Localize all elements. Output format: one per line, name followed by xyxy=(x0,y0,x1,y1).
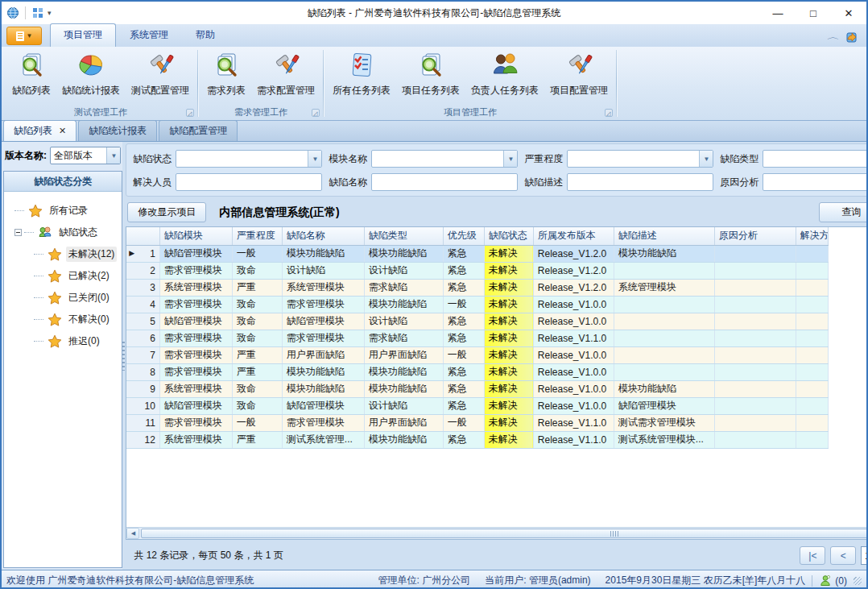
cell-缺陷模块[interactable]: 需求管理模块 xyxy=(159,363,232,380)
cell-解决方法[interactable] xyxy=(796,330,828,346)
cell-缺陷类型[interactable]: 模块功能缺陷 xyxy=(364,296,443,313)
cell-所属发布版本[interactable]: Release_V1.0.0 xyxy=(533,313,614,330)
tree-item-不解决(0)[interactable]: 不解决(0) xyxy=(9,309,117,330)
table-row[interactable]: 8需求管理模块严重模块功能缺陷模块功能缺陷紧急未解决Release_V1.0.0 xyxy=(126,363,828,380)
table-row[interactable]: 5缺陷管理模块致命缺陷管理模块设计缺陷紧急未解决Release_V1.0.0 xyxy=(126,313,828,330)
ribbon-tab-系统管理[interactable]: 系统管理 xyxy=(116,23,182,47)
cell-缺陷类型[interactable]: 需求缺陷 xyxy=(364,330,443,346)
ribbon-button-测试配置管理[interactable]: 测试配置管理 xyxy=(126,48,195,99)
cell-缺陷名称[interactable]: 模块功能缺陷 xyxy=(282,245,364,262)
cell-原因分析[interactable] xyxy=(714,245,796,262)
cell-缺陷描述[interactable] xyxy=(614,363,714,380)
table-row[interactable]: 9系统管理模块致命模块功能缺陷模块功能缺陷紧急未解决Release_V1.0.0… xyxy=(126,380,828,397)
cell-优先级[interactable]: 紧急 xyxy=(443,431,484,448)
cell-缺陷状态[interactable]: 未解决 xyxy=(484,262,533,279)
row-number-cell[interactable]: 4 xyxy=(126,296,159,313)
cell-解决方法[interactable] xyxy=(796,431,828,448)
cell-解决方法[interactable] xyxy=(796,346,828,363)
cell-缺陷描述[interactable]: 模块功能缺陷 xyxy=(614,245,714,262)
cell-缺陷模块[interactable]: 系统管理模块 xyxy=(159,279,232,296)
chevron-down-icon[interactable]: ▼ xyxy=(308,151,321,167)
cell-原因分析[interactable] xyxy=(714,279,796,296)
cell-缺陷名称[interactable]: 缺陷管理模块 xyxy=(282,313,364,330)
cell-缺陷名称[interactable]: 系统管理模块 xyxy=(282,279,364,296)
table-row[interactable]: 11需求管理模块一般需求管理模块用户界面缺陷一般未解决Release_V1.1.… xyxy=(126,414,828,431)
doc-tab-缺陷配置管理[interactable]: 缺陷配置管理 xyxy=(159,120,238,141)
cell-缺陷状态[interactable]: 未解决 xyxy=(484,397,533,414)
column-header-严重程度[interactable]: 严重程度 xyxy=(232,227,282,245)
table-row[interactable]: 10缺陷管理模块致命缺陷管理模块设计缺陷紧急未解决Release_V1.0.0缺… xyxy=(126,397,828,414)
row-number-cell[interactable]: 2 xyxy=(126,262,159,279)
filter-dropdown-缺陷状态[interactable]: ▼ xyxy=(176,150,322,168)
cell-缺陷模块[interactable]: 需求管理模块 xyxy=(159,262,232,279)
cell-所属发布版本[interactable]: Release_V1.2.0 xyxy=(533,245,614,262)
cell-解决方法[interactable] xyxy=(796,363,828,380)
chevron-down-icon[interactable]: ▼ xyxy=(503,151,517,167)
cell-原因分析[interactable] xyxy=(714,414,796,431)
chevron-down-icon[interactable]: ▼ xyxy=(106,147,120,164)
page-number-input[interactable] xyxy=(861,546,868,565)
cell-缺陷类型[interactable]: 模块功能缺陷 xyxy=(364,363,443,380)
table-row[interactable]: 12系统管理模块严重测试系统管理...模块功能缺陷紧急未解决Release_V1… xyxy=(126,431,828,448)
cell-严重程度[interactable]: 致命 xyxy=(232,262,282,279)
cell-缺陷名称[interactable]: 模块功能缺陷 xyxy=(282,363,364,380)
table-row[interactable]: 7需求管理模块严重用户界面缺陷用户界面缺陷一般未解决Release_V1.0.0 xyxy=(126,346,828,363)
filter-value-缺陷描述[interactable] xyxy=(568,174,713,190)
cell-缺陷类型[interactable]: 设计缺陷 xyxy=(364,313,443,330)
cell-所属发布版本[interactable]: Release_V1.0.0 xyxy=(533,346,614,363)
chevron-up-icon[interactable]: ︿ xyxy=(827,31,840,43)
cell-解决方法[interactable] xyxy=(796,380,828,397)
cell-缺陷描述[interactable] xyxy=(614,330,714,346)
cell-严重程度[interactable]: 致命 xyxy=(232,296,282,313)
filter-value-缺陷类型[interactable] xyxy=(763,151,868,167)
version-select[interactable]: 全部版本 ▼ xyxy=(50,147,121,164)
filter-input-缺陷描述[interactable] xyxy=(567,173,713,191)
cell-严重程度[interactable]: 致命 xyxy=(232,380,282,397)
cell-缺陷状态[interactable]: 未解决 xyxy=(484,346,533,363)
row-number-cell[interactable]: 8 xyxy=(126,363,159,380)
cell-缺陷状态[interactable]: 未解决 xyxy=(484,414,533,431)
column-header-缺陷描述[interactable]: 缺陷描述 xyxy=(614,227,714,245)
cell-优先级[interactable]: 紧急 xyxy=(443,330,484,346)
tree-item-已关闭(0)[interactable]: 已关闭(0) xyxy=(9,287,117,309)
cell-缺陷名称[interactable]: 需求管理模块 xyxy=(282,414,364,431)
cell-缺陷描述[interactable]: 缺陷管理模块 xyxy=(614,397,714,414)
cell-解决方法[interactable] xyxy=(796,245,828,262)
horizontal-scrollbar[interactable]: ◀ ▶ xyxy=(126,527,868,539)
tree-item-未解决(12)[interactable]: 未解决(12) xyxy=(9,243,117,265)
cell-缺陷模块[interactable]: 需求管理模块 xyxy=(159,346,232,363)
cell-缺陷模块[interactable]: 缺陷管理模块 xyxy=(159,245,232,262)
cell-缺陷状态[interactable]: 未解决 xyxy=(484,330,533,346)
table-row[interactable]: 2需求管理模块致命设计缺陷设计缺陷紧急未解决Release_V1.2.0 xyxy=(126,262,828,279)
cell-严重程度[interactable]: 一般 xyxy=(232,414,282,431)
cell-缺陷名称[interactable]: 需求管理模块 xyxy=(282,330,364,346)
cell-缺陷名称[interactable]: 测试系统管理... xyxy=(282,431,364,448)
chevron-down-icon[interactable]: ▼ xyxy=(699,151,713,167)
dialog-launcher-icon[interactable] xyxy=(605,109,613,117)
table-row[interactable]: ▶1缺陷管理模块一般模块功能缺陷模块功能缺陷紧急未解决Release_V1.2.… xyxy=(126,245,828,262)
cell-优先级[interactable]: 紧急 xyxy=(443,363,484,380)
column-header-缺陷名称[interactable]: 缺陷名称 xyxy=(282,227,364,245)
cell-原因分析[interactable] xyxy=(714,431,796,448)
cell-优先级[interactable]: 紧急 xyxy=(443,279,484,296)
cell-严重程度[interactable]: 严重 xyxy=(232,431,282,448)
dialog-launcher-icon[interactable] xyxy=(312,109,320,117)
cell-所属发布版本[interactable]: Release_V1.1.0 xyxy=(533,330,614,346)
column-header-row-selector[interactable] xyxy=(126,227,159,245)
cell-严重程度[interactable]: 致命 xyxy=(232,397,282,414)
cell-缺陷状态[interactable]: 未解决 xyxy=(484,279,533,296)
table-row[interactable]: 6需求管理模块致命需求管理模块需求缺陷紧急未解决Release_V1.1.0 xyxy=(126,330,828,346)
cell-缺陷名称[interactable]: 设计缺陷 xyxy=(282,262,364,279)
cell-所属发布版本[interactable]: Release_V1.0.0 xyxy=(533,380,614,397)
filter-dropdown-模块名称[interactable]: ▼ xyxy=(371,150,518,168)
cell-所属发布版本[interactable]: Release_V1.0.0 xyxy=(533,363,614,380)
cell-原因分析[interactable] xyxy=(714,346,796,363)
row-number-cell[interactable]: 11 xyxy=(126,414,159,431)
cell-严重程度[interactable]: 严重 xyxy=(232,346,282,363)
cell-缺陷描述[interactable]: 测试需求管理模块 xyxy=(614,414,714,431)
close-button[interactable]: ✕ xyxy=(831,2,866,24)
close-icon[interactable]: ✕ xyxy=(59,126,66,136)
cell-解决方法[interactable] xyxy=(796,296,828,313)
row-number-cell[interactable]: 12 xyxy=(126,431,159,448)
cell-缺陷类型[interactable]: 用户界面缺陷 xyxy=(364,346,443,363)
